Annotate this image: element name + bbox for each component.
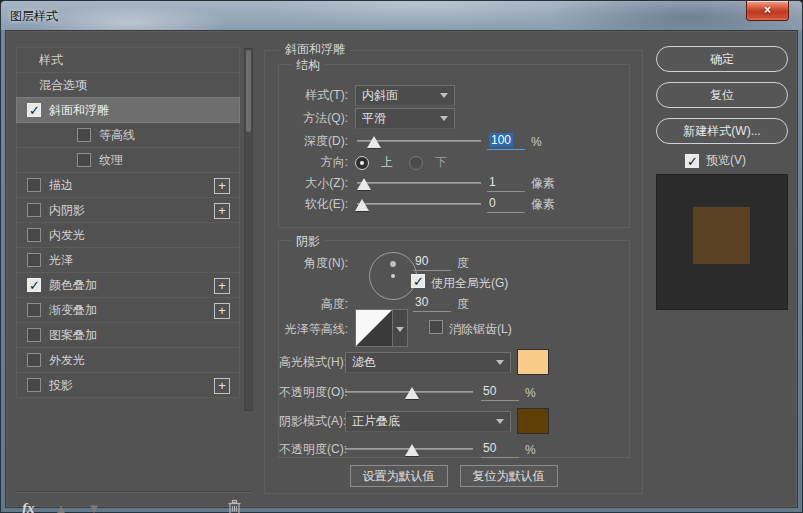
direction-down-radio[interactable] xyxy=(409,156,423,170)
new-style-button[interactable]: 新建样式(W)... xyxy=(656,118,788,144)
sidebar-item-contour[interactable]: 等高线 xyxy=(16,122,240,148)
soften-input[interactable]: 0 xyxy=(487,196,525,213)
size-input[interactable]: 1 xyxy=(487,175,525,192)
highlight-color-swatch[interactable] xyxy=(517,349,549,375)
add-effect-button[interactable]: + xyxy=(214,303,230,319)
slider-track[interactable] xyxy=(357,182,481,184)
sidebar-item-inner-glow[interactable]: 内发光 xyxy=(16,222,240,248)
dial-angle-indicator[interactable] xyxy=(390,261,396,267)
shadow-opacity-slider[interactable] xyxy=(345,439,473,460)
preview-checkbox[interactable] xyxy=(685,154,699,168)
checkbox-icon[interactable] xyxy=(27,203,41,217)
title-bar[interactable]: 图层样式 xyxy=(1,1,802,30)
checkbox-icon[interactable] xyxy=(27,253,41,267)
sidebar-item-stroke[interactable]: 描边 + xyxy=(16,172,240,198)
angle-input[interactable]: 90 xyxy=(413,254,451,271)
sidebar-item-label: 光泽 xyxy=(49,252,73,269)
scrollbar-thumb[interactable] xyxy=(246,50,251,132)
chevron-down-icon xyxy=(496,419,504,424)
checkbox-icon[interactable] xyxy=(27,353,41,367)
shading-group: 阴影 角度(N): 90 度 使用全局光(G) 高度: 30 度 光泽等高线: xyxy=(278,240,630,458)
anti-aliased-checkbox[interactable] xyxy=(429,320,443,334)
checkbox-icon[interactable] xyxy=(27,378,41,392)
sidebar-item-gradient-overlay[interactable]: 渐变叠加 + xyxy=(16,297,240,323)
sidebar-scrollbar[interactable] xyxy=(244,48,253,411)
gloss-contour-thumbnail[interactable] xyxy=(355,309,393,347)
soften-slider[interactable] xyxy=(357,194,481,215)
reset-button[interactable]: 复位 xyxy=(656,82,788,108)
sidebar-item-texture[interactable]: 纹理 xyxy=(16,147,240,173)
highlight-opacity-slider[interactable] xyxy=(345,382,473,403)
sidebar-item-inner-shadow[interactable]: 内阴影 + xyxy=(16,197,240,223)
slider-thumb[interactable] xyxy=(357,178,371,190)
checkbox-icon[interactable] xyxy=(77,153,91,167)
sidebar-item-outer-glow[interactable]: 外发光 xyxy=(16,347,240,373)
trash-icon xyxy=(227,499,242,513)
use-global-light-label: 使用全局光(G) xyxy=(431,275,508,292)
sidebar-item-blending-options[interactable]: 混合选项 xyxy=(16,72,240,98)
add-effect-button[interactable]: + xyxy=(214,203,230,219)
set-default-button[interactable]: 设置为默认值 xyxy=(350,465,448,487)
slider-thumb[interactable] xyxy=(367,136,381,148)
direction-up-radio[interactable] xyxy=(355,156,369,170)
depth-slider[interactable] xyxy=(357,131,481,152)
shadow-color-swatch[interactable] xyxy=(517,408,549,434)
shadow-opacity-unit: % xyxy=(525,443,536,457)
technique-dropdown[interactable]: 平滑 xyxy=(355,108,455,129)
checkbox-checked-icon[interactable] xyxy=(27,278,41,292)
highlight-opacity-input[interactable]: 50 xyxy=(481,384,519,401)
move-effect-down-icon[interactable]: ▼ xyxy=(87,501,100,513)
sidebar-item-color-overlay[interactable]: 颜色叠加 + xyxy=(16,272,240,298)
technique-label: 方法(Q): xyxy=(279,110,348,127)
altitude-input[interactable]: 30 xyxy=(413,295,451,312)
style-preview-fill xyxy=(693,207,750,264)
shading-legend: 阴影 xyxy=(291,233,325,250)
chevron-down-icon xyxy=(440,116,448,121)
add-effect-button[interactable]: + xyxy=(214,278,230,294)
slider-thumb[interactable] xyxy=(405,387,419,399)
close-button[interactable]: × xyxy=(746,1,789,21)
shadow-opacity-label: 不透明度(C): xyxy=(279,441,341,458)
fx-menu-button[interactable]: fx xyxy=(22,500,35,513)
checkbox-icon[interactable] xyxy=(27,178,41,192)
add-effect-button[interactable]: + xyxy=(214,178,230,194)
depth-input[interactable]: 100 xyxy=(487,133,525,150)
checkbox-icon[interactable] xyxy=(27,328,41,342)
gloss-contour-dropdown[interactable] xyxy=(393,309,408,347)
checkbox-icon[interactable] xyxy=(27,228,41,242)
shadow-mode-dropdown[interactable]: 正片叠底 xyxy=(345,411,511,432)
angle-dial[interactable] xyxy=(369,252,417,300)
slider-thumb[interactable] xyxy=(355,199,369,211)
highlight-mode-value: 滤色 xyxy=(352,354,376,371)
sidebar-item-drop-shadow[interactable]: 投影 + xyxy=(16,372,240,398)
move-effect-up-icon[interactable]: ▲ xyxy=(55,501,68,513)
ok-button[interactable]: 确定 xyxy=(656,46,788,72)
checkbox-checked-icon[interactable] xyxy=(27,103,41,117)
slider-thumb[interactable] xyxy=(405,444,419,456)
reset-default-button[interactable]: 复位为默认值 xyxy=(460,465,558,487)
preview-row: 预览(V) xyxy=(685,152,746,169)
bevel-style-value: 内斜面 xyxy=(362,87,398,104)
checkbox-icon[interactable] xyxy=(77,128,91,142)
depth-label: 深度(D): xyxy=(279,133,348,150)
highlight-mode-dropdown[interactable]: 滤色 xyxy=(345,352,511,373)
slider-track[interactable] xyxy=(357,203,481,205)
shadow-mode-value: 正片叠底 xyxy=(352,413,400,430)
sidebar-item-satin[interactable]: 光泽 xyxy=(16,247,240,273)
layer-style-dialog: 图层样式 × 样式 混合选项 斜面和浮雕 等高线 纹理 xyxy=(0,0,803,513)
size-slider[interactable] xyxy=(357,173,481,194)
sidebar-item-label: 图案叠加 xyxy=(49,327,97,344)
panel-title: 斜面和浮雕 xyxy=(280,41,350,58)
structure-group: 结构 样式(T): 内斜面 方法(Q): 平滑 深度(D xyxy=(278,64,630,228)
sidebar-item-pattern-overlay[interactable]: 图案叠加 xyxy=(16,322,240,348)
sidebar-item-bevel-emboss[interactable]: 斜面和浮雕 xyxy=(16,97,240,123)
sidebar-item-label: 外发光 xyxy=(49,352,85,369)
delete-effect-button[interactable] xyxy=(227,499,242,513)
use-global-light-checkbox[interactable] xyxy=(411,274,425,288)
add-effect-button[interactable]: + xyxy=(214,378,230,394)
sidebar-item-styles[interactable]: 样式 xyxy=(16,47,240,73)
bevel-style-dropdown[interactable]: 内斜面 xyxy=(355,85,455,106)
style-preview xyxy=(656,174,788,310)
shadow-opacity-input[interactable]: 50 xyxy=(481,441,519,458)
checkbox-icon[interactable] xyxy=(27,303,41,317)
